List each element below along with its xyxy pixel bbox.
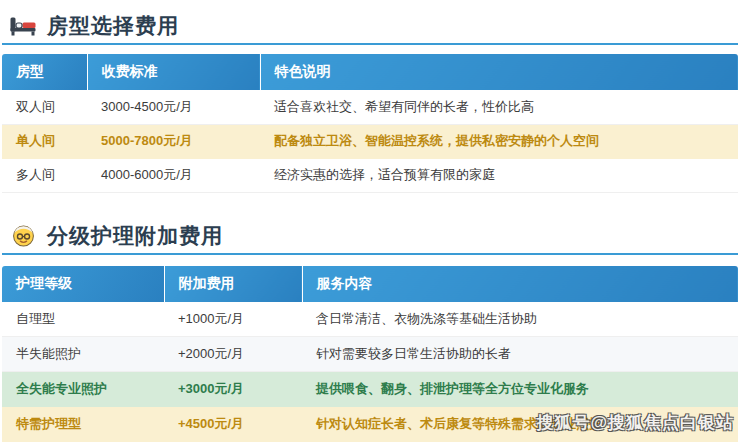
- table-header-row: 护理等级附加费用服务内容: [2, 266, 738, 302]
- section-title-room-fees: 房型选择费用: [47, 12, 179, 40]
- table-cell: +1000元/月: [164, 302, 302, 337]
- table-row: 自理型+1000元/月含日常清洁、衣物洗涤等基础生活协助: [2, 302, 738, 337]
- table-cell: 双人间: [2, 90, 87, 124]
- table-cell: 经济实惠的选择，适合预算有限的家庭: [260, 158, 738, 192]
- section-nursing-fees-header: 分级护理附加费用: [2, 219, 738, 255]
- table-cell: 3000-4500元/月: [87, 90, 260, 124]
- column-header: 附加费用: [164, 266, 302, 302]
- column-header: 服务内容: [302, 266, 738, 302]
- column-header: 特色说明: [260, 54, 738, 90]
- table-cell: +3000元/月: [164, 372, 302, 407]
- table-cell: 提供喂食、翻身、排泄护理等全方位专业化服务: [302, 372, 738, 407]
- table-cell: 多人间: [2, 158, 87, 192]
- room-fee-table: 房型收费标准特色说明双人间3000-4500元/月适合喜欢社交、希望有同伴的长者…: [2, 54, 738, 193]
- table-cell: +4500元/月: [164, 407, 302, 442]
- table-row: 多人间4000-6000元/月经济实惠的选择，适合预算有限的家庭: [2, 158, 738, 192]
- section-title-nursing-fees: 分级护理附加费用: [47, 222, 223, 250]
- section-nursing-fees: 分级护理附加费用 护理等级附加费用服务内容自理型+1000元/月含日常清洁、衣物…: [2, 219, 738, 442]
- table-cell: 半失能照护: [2, 337, 164, 372]
- table-cell: 特需护理型: [2, 407, 164, 442]
- column-header: 收费标准: [87, 54, 260, 90]
- bed-icon: [9, 13, 37, 39]
- table-header-row: 房型收费标准特色说明: [2, 54, 738, 90]
- table-cell: 全失能专业照护: [2, 372, 164, 407]
- table-cell: 配备独立卫浴、智能温控系统，提供私密安静的个人空间: [260, 124, 738, 158]
- table-cell: +2000元/月: [164, 337, 302, 372]
- table-row: 双人间3000-4500元/月适合喜欢社交、希望有同伴的长者，性价比高: [2, 90, 738, 124]
- section-room-fees: 房型选择费用 房型收费标准特色说明双人间3000-4500元/月适合喜欢社交、希…: [2, 9, 738, 193]
- section-room-fees-header: 房型选择费用: [2, 9, 738, 45]
- table-row: 单人间5000-7800元/月配备独立卫浴、智能温控系统，提供私密安静的个人空间: [2, 124, 738, 158]
- table-row: 全失能专业照护+3000元/月提供喂食、翻身、排泄护理等全方位专业化服务: [2, 372, 738, 407]
- table-cell: 含日常清洁、衣物洗涤等基础生活协助: [302, 302, 738, 337]
- table-cell: 5000-7800元/月: [87, 124, 260, 158]
- column-header: 护理等级: [2, 266, 164, 302]
- column-header: 房型: [2, 54, 87, 90]
- table-row: 半失能照护+2000元/月针对需要较多日常生活协助的长者: [2, 337, 738, 372]
- table-cell: 自理型: [2, 302, 164, 337]
- elder-icon: [9, 223, 37, 249]
- article-page: 房型选择费用 房型收费标准特色说明双人间3000-4500元/月适合喜欢社交、希…: [0, 9, 740, 442]
- watermark: 搜狐号@搜狐焦点白银站: [536, 411, 734, 434]
- table-cell: 单人间: [2, 124, 87, 158]
- table-cell: 针对需要较多日常生活协助的长者: [302, 337, 738, 372]
- table-cell: 适合喜欢社交、希望有同伴的长者，性价比高: [260, 90, 738, 124]
- table-cell: 4000-6000元/月: [87, 158, 260, 192]
